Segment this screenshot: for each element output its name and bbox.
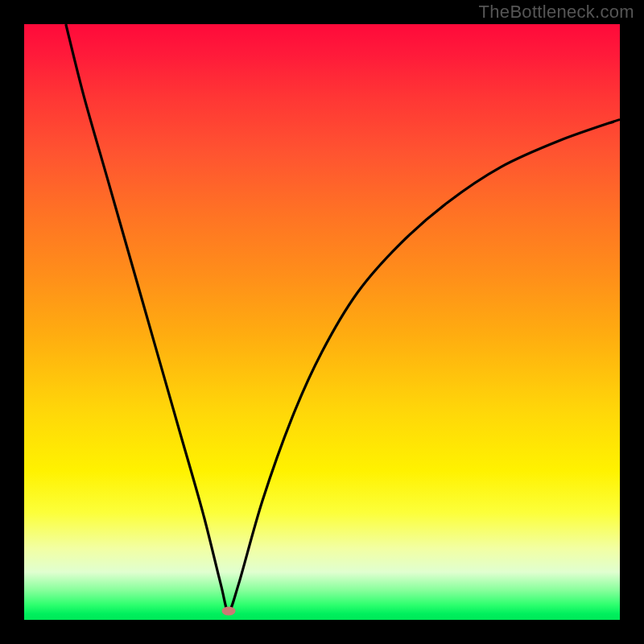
minimum-marker [221, 606, 235, 615]
chart-frame: TheBottleneck.com [0, 0, 644, 644]
watermark-text: TheBottleneck.com [479, 2, 634, 23]
bottleneck-curve [24, 24, 620, 620]
curve-path [66, 24, 620, 611]
plot-area [24, 24, 620, 620]
